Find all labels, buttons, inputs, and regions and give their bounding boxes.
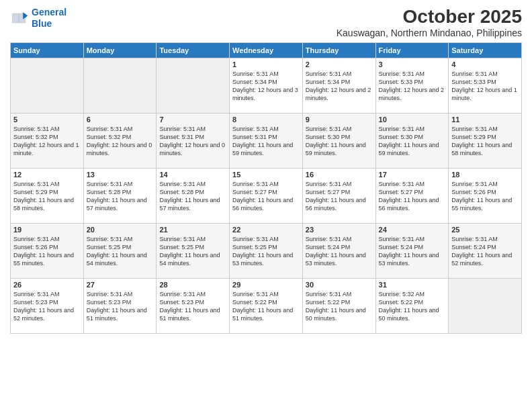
day-info: Sunrise: 5:31 AM Sunset: 5:23 PM Dayligh…	[159, 290, 226, 323]
col-wednesday: Wednesday	[230, 42, 303, 58]
day-info: Sunrise: 5:31 AM Sunset: 5:22 PM Dayligh…	[306, 290, 373, 323]
calendar-cell: 23Sunrise: 5:31 AM Sunset: 5:24 PM Dayli…	[302, 223, 375, 278]
location-title: Kauswagan, Northern Mindanao, Philippine…	[337, 28, 522, 38]
day-number: 17	[379, 171, 446, 179]
calendar-cell: 10Sunrise: 5:31 AM Sunset: 5:30 PM Dayli…	[375, 113, 449, 168]
day-number: 27	[87, 281, 154, 289]
page: General Blue October 2025 Kauswagan, Nor…	[0, 0, 532, 411]
day-info: Sunrise: 5:31 AM Sunset: 5:27 PM Dayligh…	[379, 180, 446, 213]
day-info: Sunrise: 5:31 AM Sunset: 5:33 PM Dayligh…	[379, 70, 446, 103]
col-tuesday: Tuesday	[157, 42, 230, 58]
logo-line2: Blue	[32, 18, 66, 30]
calendar-cell: 9Sunrise: 5:31 AM Sunset: 5:30 PM Daylig…	[302, 113, 375, 168]
calendar-cell: 15Sunrise: 5:31 AM Sunset: 5:27 PM Dayli…	[230, 168, 303, 223]
day-number: 8	[232, 116, 300, 124]
day-number: 30	[306, 281, 373, 289]
day-number: 24	[379, 226, 446, 234]
calendar-cell: 25Sunrise: 5:31 AM Sunset: 5:24 PM Dayli…	[449, 223, 522, 278]
day-info: Sunrise: 5:31 AM Sunset: 5:25 PM Dayligh…	[232, 235, 300, 268]
col-friday: Friday	[375, 42, 449, 58]
day-number: 5	[13, 116, 81, 124]
calendar-cell: 21Sunrise: 5:31 AM Sunset: 5:25 PM Dayli…	[157, 223, 230, 278]
calendar-cell: 11Sunrise: 5:31 AM Sunset: 5:29 PM Dayli…	[449, 113, 522, 168]
day-info: Sunrise: 5:31 AM Sunset: 5:26 PM Dayligh…	[13, 235, 81, 268]
col-saturday: Saturday	[449, 42, 522, 58]
col-sunday: Sunday	[11, 42, 84, 58]
day-number: 31	[379, 281, 446, 289]
day-number: 7	[159, 116, 226, 124]
day-info: Sunrise: 5:31 AM Sunset: 5:24 PM Dayligh…	[379, 235, 446, 268]
day-info: Sunrise: 5:31 AM Sunset: 5:30 PM Dayligh…	[379, 125, 446, 158]
day-number: 25	[451, 226, 519, 234]
day-info: Sunrise: 5:31 AM Sunset: 5:31 PM Dayligh…	[232, 125, 300, 158]
day-number: 11	[451, 116, 519, 124]
logo-icon	[10, 9, 29, 28]
day-number: 19	[13, 226, 81, 234]
day-number: 20	[87, 226, 154, 234]
day-info: Sunrise: 5:31 AM Sunset: 5:29 PM Dayligh…	[451, 125, 519, 158]
calendar-cell: 31Sunrise: 5:32 AM Sunset: 5:22 PM Dayli…	[375, 278, 449, 333]
calendar-cell	[11, 58, 84, 113]
week-row-3: 19Sunrise: 5:31 AM Sunset: 5:26 PM Dayli…	[11, 223, 522, 278]
day-info: Sunrise: 5:31 AM Sunset: 5:23 PM Dayligh…	[13, 290, 81, 323]
day-info: Sunrise: 5:31 AM Sunset: 5:23 PM Dayligh…	[87, 290, 154, 323]
day-info: Sunrise: 5:31 AM Sunset: 5:27 PM Dayligh…	[306, 180, 373, 213]
calendar-cell: 1Sunrise: 5:31 AM Sunset: 5:34 PM Daylig…	[230, 58, 303, 113]
calendar-cell: 12Sunrise: 5:31 AM Sunset: 5:29 PM Dayli…	[11, 168, 84, 223]
calendar-cell	[449, 278, 522, 333]
day-info: Sunrise: 5:31 AM Sunset: 5:26 PM Dayligh…	[451, 180, 519, 213]
day-number: 23	[306, 226, 373, 234]
calendar-cell: 3Sunrise: 5:31 AM Sunset: 5:33 PM Daylig…	[375, 58, 449, 113]
day-number: 26	[13, 281, 81, 289]
calendar-cell: 14Sunrise: 5:31 AM Sunset: 5:28 PM Dayli…	[157, 168, 230, 223]
day-number: 16	[306, 171, 373, 179]
calendar-cell: 17Sunrise: 5:31 AM Sunset: 5:27 PM Dayli…	[375, 168, 449, 223]
svg-rect-1	[13, 13, 19, 23]
week-row-2: 12Sunrise: 5:31 AM Sunset: 5:29 PM Dayli…	[11, 168, 522, 223]
logo-line1: General	[32, 7, 66, 17]
header-row: Sunday Monday Tuesday Wednesday Thursday…	[11, 42, 522, 58]
calendar-cell: 27Sunrise: 5:31 AM Sunset: 5:23 PM Dayli…	[83, 278, 157, 333]
day-info: Sunrise: 5:31 AM Sunset: 5:25 PM Dayligh…	[159, 235, 226, 268]
day-info: Sunrise: 5:31 AM Sunset: 5:27 PM Dayligh…	[232, 180, 300, 213]
day-info: Sunrise: 5:31 AM Sunset: 5:34 PM Dayligh…	[232, 70, 300, 103]
day-number: 18	[451, 171, 519, 179]
day-number: 10	[379, 116, 446, 124]
calendar-cell: 30Sunrise: 5:31 AM Sunset: 5:22 PM Dayli…	[302, 278, 375, 333]
logo: General Blue	[10, 7, 66, 30]
calendar-cell	[157, 58, 230, 113]
day-info: Sunrise: 5:31 AM Sunset: 5:32 PM Dayligh…	[87, 125, 154, 158]
day-info: Sunrise: 5:31 AM Sunset: 5:28 PM Dayligh…	[159, 180, 226, 213]
day-info: Sunrise: 5:31 AM Sunset: 5:32 PM Dayligh…	[13, 125, 81, 158]
calendar-cell: 2Sunrise: 5:31 AM Sunset: 5:34 PM Daylig…	[302, 58, 375, 113]
day-info: Sunrise: 5:31 AM Sunset: 5:31 PM Dayligh…	[159, 125, 226, 158]
calendar-cell: 20Sunrise: 5:31 AM Sunset: 5:25 PM Dayli…	[83, 223, 157, 278]
month-title: October 2025	[337, 7, 522, 28]
calendar-cell: 4Sunrise: 5:31 AM Sunset: 5:33 PM Daylig…	[449, 58, 522, 113]
week-row-4: 26Sunrise: 5:31 AM Sunset: 5:23 PM Dayli…	[11, 278, 522, 333]
col-thursday: Thursday	[302, 42, 375, 58]
calendar-cell: 22Sunrise: 5:31 AM Sunset: 5:25 PM Dayli…	[230, 223, 303, 278]
calendar-cell: 29Sunrise: 5:31 AM Sunset: 5:22 PM Dayli…	[230, 278, 303, 333]
calendar-table: Sunday Monday Tuesday Wednesday Thursday…	[10, 42, 522, 334]
calendar-cell: 19Sunrise: 5:31 AM Sunset: 5:26 PM Dayli…	[11, 223, 84, 278]
calendar-cell: 16Sunrise: 5:31 AM Sunset: 5:27 PM Dayli…	[302, 168, 375, 223]
week-row-1: 5Sunrise: 5:31 AM Sunset: 5:32 PM Daylig…	[11, 113, 522, 168]
day-info: Sunrise: 5:31 AM Sunset: 5:34 PM Dayligh…	[306, 70, 373, 103]
day-number: 21	[159, 226, 226, 234]
day-info: Sunrise: 5:32 AM Sunset: 5:22 PM Dayligh…	[379, 290, 446, 323]
day-info: Sunrise: 5:31 AM Sunset: 5:30 PM Dayligh…	[306, 125, 373, 158]
calendar-cell: 26Sunrise: 5:31 AM Sunset: 5:23 PM Dayli…	[11, 278, 84, 333]
calendar-cell: 28Sunrise: 5:31 AM Sunset: 5:23 PM Dayli…	[157, 278, 230, 333]
day-info: Sunrise: 5:31 AM Sunset: 5:24 PM Dayligh…	[306, 235, 373, 268]
day-number: 9	[306, 116, 373, 124]
calendar-cell: 8Sunrise: 5:31 AM Sunset: 5:31 PM Daylig…	[230, 113, 303, 168]
day-number: 3	[379, 60, 446, 68]
calendar-cell: 7Sunrise: 5:31 AM Sunset: 5:31 PM Daylig…	[157, 113, 230, 168]
day-number: 15	[232, 171, 300, 179]
day-number: 6	[87, 116, 154, 124]
day-number: 2	[306, 60, 373, 68]
calendar-cell: 5Sunrise: 5:31 AM Sunset: 5:32 PM Daylig…	[11, 113, 84, 168]
calendar-cell: 18Sunrise: 5:31 AM Sunset: 5:26 PM Dayli…	[449, 168, 522, 223]
calendar-cell: 6Sunrise: 5:31 AM Sunset: 5:32 PM Daylig…	[83, 113, 157, 168]
